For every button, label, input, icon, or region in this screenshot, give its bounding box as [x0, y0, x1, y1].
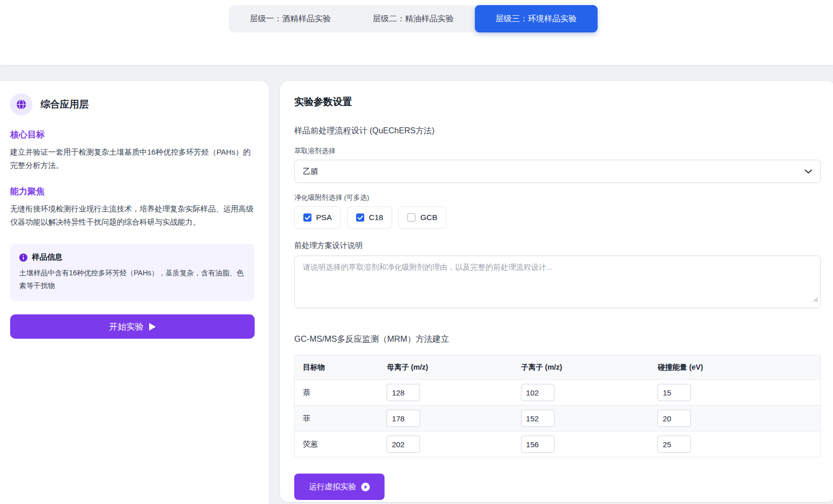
table-header-row: 目标物 母离子 (m/z) 子离子 (m/z) 碰撞能量 (eV)	[295, 355, 821, 380]
run-virtual-experiment-button[interactable]: 运行虚拟实验	[294, 474, 385, 500]
tab-level-3-label: 层级三：环境样品实验	[496, 14, 577, 24]
sample-info-text: 土壤样品中含有16种优控多环芳烃（PAHs），基质复杂，含有油脂、色素等干扰物	[19, 267, 246, 292]
collision-energy-input[interactable]	[657, 410, 691, 427]
product-input[interactable]	[521, 436, 554, 453]
sorbent-option-gcb[interactable]: GCB	[398, 206, 446, 229]
collision-energy-input[interactable]	[657, 436, 691, 453]
col-precursor: 母离子 (m/z)	[378, 355, 512, 380]
table-row: 菲	[295, 406, 821, 431]
tab-level-2-label: 层级二：精油样品实验	[372, 14, 454, 24]
panel-header: 综合应用层	[10, 93, 255, 116]
level-tabbar: 层级一：酒精样品实验 层级二：精油样品实验 层级三：环境样品实验	[229, 5, 598, 32]
tab-level-1-label: 层级一：酒精样品实验	[250, 14, 331, 24]
solvent-label: 萃取溶剂选择	[294, 147, 821, 156]
sorbent-option-psa[interactable]: PSA	[294, 206, 341, 229]
analyte-name: 荧蒽	[295, 431, 379, 457]
sample-info-title: 样品信息	[32, 253, 62, 262]
solvent-selected-value: 乙腈	[303, 167, 318, 176]
product-input[interactable]	[521, 410, 554, 427]
info-icon	[19, 254, 27, 262]
tab-level-3[interactable]: 层级三：环境样品实验	[475, 5, 598, 32]
tab-level-1[interactable]: 层级一：酒精样品实验	[229, 5, 352, 32]
precursor-input[interactable]	[387, 384, 420, 401]
sorbent-label: 净化吸附剂选择 (可多选)	[294, 193, 821, 202]
start-experiment-label: 开始实验	[109, 321, 144, 333]
chevron-down-icon	[805, 169, 812, 174]
checkbox-c18[interactable]	[356, 213, 364, 222]
experiment-settings-panel: 实验参数设置 样品前处理流程设计 (QuEChERS方法) 萃取溶剂选择 乙腈 …	[280, 81, 833, 502]
mrm-section-title: GC-MS/MS多反应监测（MRM）方法建立	[294, 334, 821, 345]
mrm-table: 目标物 母离子 (m/z) 子离子 (m/z) 碰撞能量 (eV) 萘 菲 荧蒽	[294, 355, 821, 457]
start-experiment-button[interactable]: 开始实验	[10, 314, 255, 339]
analyte-name: 菲	[295, 406, 379, 431]
top-header: 层级一：酒精样品实验 层级二：精油样品实验 层级三：环境样品实验	[0, 0, 833, 65]
col-analyte: 目标物	[295, 355, 379, 380]
tab-level-2[interactable]: 层级二：精油样品实验	[352, 5, 474, 32]
collision-energy-input[interactable]	[657, 384, 691, 401]
checkbox-psa[interactable]	[303, 213, 311, 222]
overview-panel: 综合应用层 核心目标 建立并验证一套用于检测复杂土壤基质中16种优控多环芳烃（P…	[0, 81, 269, 504]
notes-textarea[interactable]	[294, 256, 821, 308]
sample-info-box: 样品信息 土壤样品中含有16种优控多环芳烃（PAHs），基质复杂，含有油脂、色素…	[10, 244, 255, 301]
play-circle-icon	[361, 483, 370, 491]
table-row: 荧蒽	[295, 431, 821, 457]
capability-text: 无缝衔接环境检测行业现行主流技术，培养处理复杂实际样品、运用高级仪器功能以解决特…	[10, 202, 255, 229]
table-row: 萘	[295, 380, 821, 406]
solvent-select[interactable]: 乙腈	[294, 160, 821, 183]
product-input[interactable]	[521, 384, 554, 401]
run-virtual-experiment-label: 运行虚拟实验	[309, 482, 356, 492]
sorbent-options: PSA C18 GCB	[294, 206, 821, 229]
notes-label: 前处理方案设计说明	[294, 241, 821, 250]
analyte-name: 萘	[295, 380, 379, 406]
sorbent-c18-label: C18	[369, 213, 383, 222]
checkbox-gcb[interactable]	[407, 213, 415, 222]
pretreatment-section-title: 样品前处理流程设计 (QuEChERS方法)	[294, 126, 821, 136]
capability-heading: 能力聚焦	[10, 186, 255, 197]
panel-title: 综合应用层	[41, 98, 89, 111]
sorbent-psa-label: PSA	[316, 213, 332, 222]
precursor-input[interactable]	[387, 436, 420, 453]
col-product: 子离子 (m/z)	[513, 355, 650, 380]
sorbent-option-c18[interactable]: C18	[347, 206, 392, 229]
sorbent-gcb-label: GCB	[420, 213, 437, 222]
core-goal-heading: 核心目标	[10, 129, 255, 140]
core-goal-text: 建立并验证一套用于检测复杂土壤基质中16种优控多环芳烃（PAHs）的完整分析方法…	[10, 146, 255, 172]
precursor-input[interactable]	[387, 410, 420, 427]
globe-icon	[10, 93, 32, 116]
play-icon	[149, 323, 156, 331]
col-collision-energy: 碰撞能量 (eV)	[649, 355, 820, 380]
page-title: 实验参数设置	[294, 95, 821, 109]
